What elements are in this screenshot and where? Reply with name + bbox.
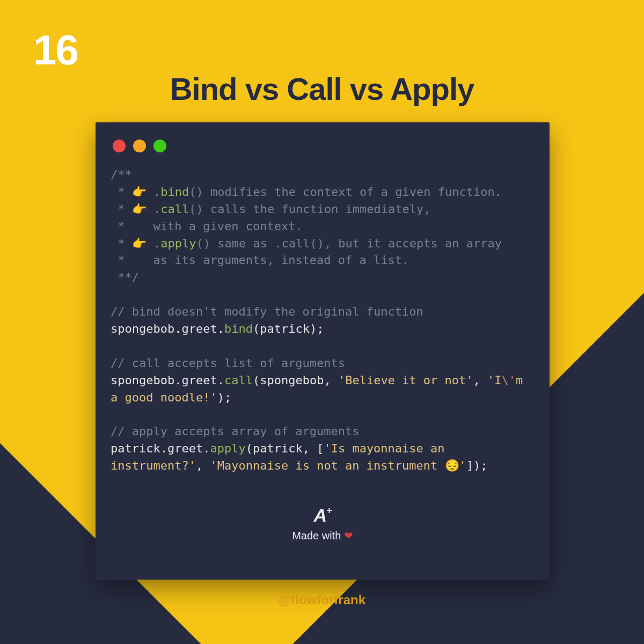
doc-line: * 👉 .call() calls the function immediate… (111, 202, 431, 216)
heart-icon: ❤ (344, 530, 353, 541)
branding: A+ Made with ❤ (96, 505, 550, 542)
window-controls (113, 140, 535, 152)
doc-line: * 👉 .apply() same as .call(), but it acc… (111, 237, 502, 250)
comment: // apply accepts array of arguments (111, 425, 360, 438)
page-title: Bind vs Call vs Apply (0, 71, 644, 107)
page-number: 16 (33, 26, 78, 75)
code-block: /** * 👉 .bind() modifies the context of … (111, 166, 535, 474)
comment: // bind doesn't modify the original func… (111, 305, 423, 318)
made-with-text: Made with ❤ (96, 529, 550, 542)
comment: // call accepts list of arguments (111, 356, 345, 370)
doc-open: /** (111, 168, 132, 181)
doc-line: * as its arguments, instead of a list. (111, 253, 409, 267)
close-icon (113, 140, 126, 152)
author-handle: @flowforfrank (0, 592, 644, 608)
doc-close: **/ (111, 270, 139, 284)
code-card: /** * 👉 .bind() modifies the context of … (96, 122, 550, 580)
maximize-icon (153, 140, 166, 152)
doc-line: * with a given context. (111, 219, 303, 233)
doc-line: * 👉 .bind() modifies the context of a gi… (111, 185, 502, 199)
brand-logo: A+ (96, 505, 550, 526)
minimize-icon (133, 140, 146, 152)
